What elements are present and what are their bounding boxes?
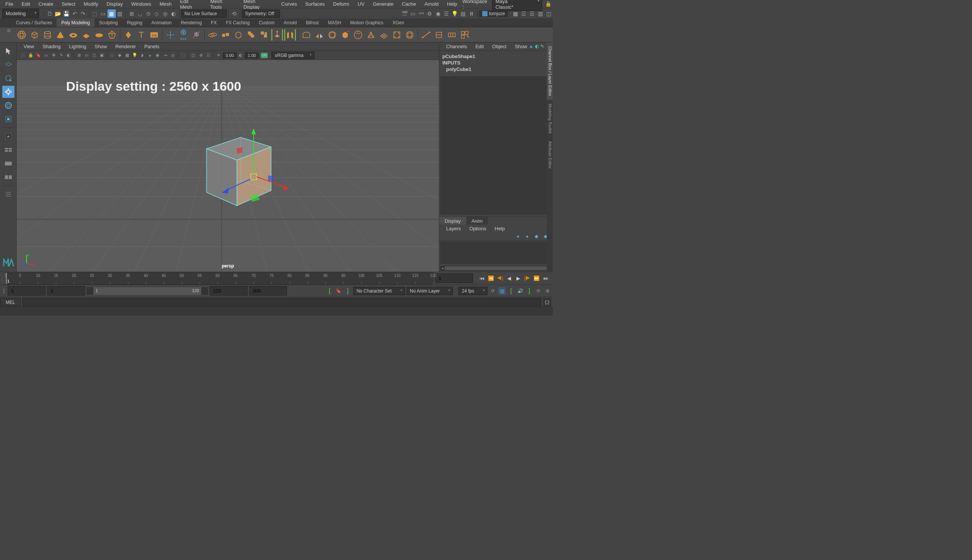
poly-superellipse-icon[interactable] <box>123 29 134 41</box>
audio-icon[interactable]: 🔊 <box>516 287 524 295</box>
sculpt-icon[interactable] <box>352 29 364 41</box>
menu-windows[interactable]: Windows <box>127 0 155 8</box>
shelf-tab-bifrost[interactable]: Bifrost <box>301 18 324 27</box>
autokey-icon[interactable]: [ <box>326 287 333 295</box>
vp-xray-icon[interactable]: ◫ <box>190 52 197 59</box>
redo-icon[interactable]: ↷ <box>79 10 87 18</box>
vp-ao-icon[interactable]: ● <box>147 52 154 59</box>
cmd-language-button[interactable]: MEL <box>0 298 21 306</box>
step-back-key-icon[interactable]: ⏪ <box>487 274 495 283</box>
shelf-tab-custom[interactable]: Custom <box>254 18 279 27</box>
vp-lights-icon[interactable]: 💡 <box>131 52 138 59</box>
vp-shaded-icon[interactable]: ◆ <box>116 52 123 59</box>
vp-ghost-icon[interactable]: ◐ <box>65 52 72 59</box>
vp-xray-comp-icon[interactable]: ☷ <box>205 52 212 59</box>
vp-2d-pan-icon[interactable]: ✥ <box>50 52 57 59</box>
shelf-tab-curves[interactable]: Curves / Surfaces <box>12 18 57 27</box>
mirror-icon[interactable] <box>314 29 325 41</box>
reduce-icon[interactable] <box>339 29 351 41</box>
vp-imageplane-icon[interactable]: ▭ <box>43 52 49 59</box>
go-start-icon[interactable]: ⏮ <box>478 274 486 283</box>
hypershade-icon[interactable]: ◉ <box>434 10 443 18</box>
new-scene-icon[interactable]: 🗋 <box>45 10 54 18</box>
move-layer-down-icon[interactable]: ◂ <box>526 233 531 239</box>
center-pivot-icon[interactable] <box>165 29 176 41</box>
select-multi-icon[interactable]: ▥ <box>116 10 124 18</box>
construction-history-icon[interactable]: ⟲ <box>230 10 239 18</box>
snap-curve-icon[interactable]: ◡ <box>136 10 144 18</box>
vp-antialias-icon[interactable]: ◉ <box>154 52 161 59</box>
snap-point-icon[interactable]: ⊙ <box>144 10 153 18</box>
menu-display[interactable]: Display <box>103 0 127 8</box>
time-slider[interactable]: 1 15101520253035404550556065707580859095… <box>5 272 434 285</box>
save-scene-icon[interactable]: 💾 <box>62 10 71 18</box>
playback-prefs-icon[interactable]: ▤ <box>498 287 506 295</box>
boolean-union-icon[interactable] <box>246 29 257 41</box>
menu-cache[interactable]: Cache <box>398 0 420 8</box>
shelf-tab-motiongraphics[interactable]: Motion Graphics <box>346 18 387 27</box>
quad-draw-icon[interactable] <box>459 29 471 41</box>
uv-auto-icon[interactable] <box>404 29 415 41</box>
delete-history-icon[interactable]: ❄ <box>190 29 202 41</box>
audio-r-icon[interactable]: ] <box>526 287 533 295</box>
boolean-diff-icon[interactable] <box>259 29 270 41</box>
render-frame-icon[interactable]: ▭ <box>409 10 417 18</box>
vp-bookmark-icon[interactable]: 🔖 <box>35 52 42 59</box>
menuset-dropdown[interactable]: Modeling <box>2 9 39 18</box>
menu-deform[interactable]: Deform <box>329 0 353 8</box>
shelf-tab-mash[interactable]: MASH <box>324 18 346 27</box>
subdiv-proxy-icon[interactable] <box>327 29 338 41</box>
axis-orientation-icon[interactable]: ▲ <box>529 43 533 49</box>
vp-xray-joints-icon[interactable]: ⊕ <box>197 52 204 59</box>
poly-sphere-icon[interactable] <box>16 29 27 41</box>
shelf-tab-arnold[interactable]: Arnold <box>279 18 301 27</box>
select-component-icon[interactable]: ▦ <box>107 10 116 18</box>
paint-select-tool[interactable] <box>2 72 14 84</box>
step-fwd-icon[interactable]: |⯈ <box>523 274 531 283</box>
snap-view-icon[interactable]: ◐ <box>169 10 178 18</box>
vp-film-gate-icon[interactable]: ▭ <box>83 52 90 59</box>
autokey-r-icon[interactable]: ] <box>344 287 352 295</box>
vp-menu-renderer[interactable]: Renderer <box>112 42 140 50</box>
last-tool[interactable] <box>2 130 14 142</box>
workspace-dropdown[interactable]: Maya Classic* <box>492 0 542 11</box>
shelf-tab-polymodeling[interactable]: Poly Modeling <box>57 18 94 27</box>
vp-colormgmt-toggle[interactable]: ON <box>261 53 268 58</box>
fps-dropdown[interactable]: 24 fps <box>458 287 488 295</box>
shelf-tab-xgen[interactable]: XGen <box>388 18 409 27</box>
vp-motion-blur-icon[interactable]: ↝ <box>162 52 169 59</box>
poly-disc-icon[interactable] <box>94 29 105 41</box>
playback-end-field[interactable] <box>210 286 247 295</box>
play-backward-icon[interactable]: ◀ <box>505 274 513 283</box>
vp-menu-lighting[interactable]: Lighting <box>65 42 90 50</box>
menu-modify[interactable]: Modify <box>80 0 102 8</box>
cb-menu-channels[interactable]: Channels <box>443 42 471 50</box>
cb-node-shape[interactable]: pCubeShape1 <box>443 53 550 60</box>
move-tool[interactable] <box>2 86 14 98</box>
open-scene-icon[interactable]: 📂 <box>54 10 62 18</box>
poly-platonic-icon[interactable] <box>106 29 118 41</box>
ipr-icon[interactable]: IPR <box>417 10 426 18</box>
current-frame-field[interactable] <box>435 273 473 283</box>
anim-prefs-icon[interactable]: ⚙ <box>544 287 551 295</box>
render-view-icon[interactable]: 🎬 <box>401 10 409 18</box>
target-weld-icon[interactable] <box>433 29 444 41</box>
menu-create[interactable]: Create <box>35 0 57 8</box>
vp-gamma-icon[interactable]: ◐ <box>237 52 244 59</box>
vp-menu-panels[interactable]: Panels <box>140 42 163 50</box>
move-layer-up-icon[interactable]: ◂ <box>516 233 523 239</box>
select-hierarchy-icon[interactable]: ⬚ <box>91 10 99 18</box>
vp-color-dropdown[interactable]: sRGB gamma <box>272 52 314 59</box>
character-set-dropdown[interactable]: No Character Set <box>353 287 405 295</box>
rangebar-grip-icon[interactable]: ⋮ <box>2 288 6 294</box>
set-key-icon[interactable]: 🔖 <box>335 287 342 295</box>
layer-scrollbar[interactable]: ◂ ▸ <box>440 266 552 271</box>
symmetry-dropdown[interactable]: Symmetry: Off <box>242 10 280 18</box>
extrude-icon[interactable] <box>272 29 283 41</box>
select-object-icon[interactable]: ▭ <box>99 10 107 18</box>
layer-list[interactable] <box>440 241 552 264</box>
connect-icon[interactable] <box>446 29 458 41</box>
render-setup-icon[interactable]: ☰ <box>443 10 451 18</box>
shelf-tab-rigging[interactable]: Rigging <box>122 18 147 27</box>
poly-type-icon[interactable]: T <box>135 29 147 41</box>
